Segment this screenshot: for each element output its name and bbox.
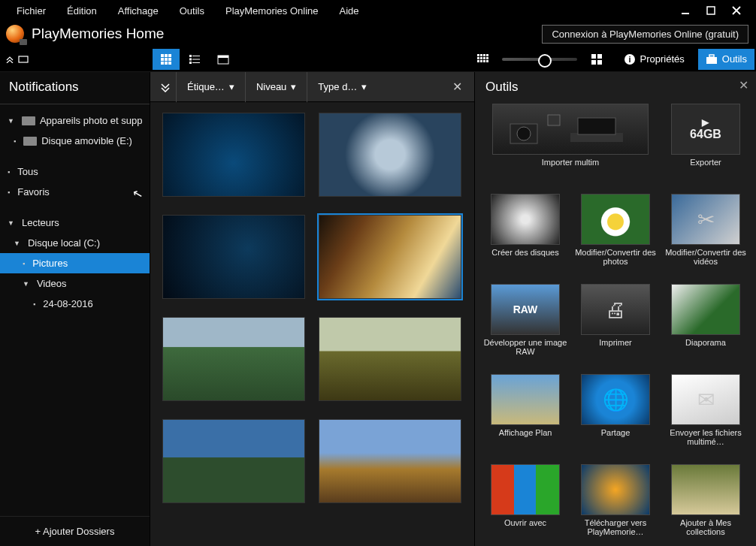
- thumbnail[interactable]: [319, 419, 461, 503]
- import-icon: [492, 104, 649, 155]
- login-button[interactable]: Connexion à PlayMemories Online (gratuit…: [542, 25, 748, 44]
- thumbnail[interactable]: [162, 215, 305, 299]
- svg-rect-13: [192, 56, 200, 56]
- svg-rect-44: [578, 118, 615, 134]
- svg-rect-14: [189, 58, 192, 60]
- view-list-button[interactable]: [181, 49, 208, 70]
- thumbnail[interactable]: [319, 113, 461, 197]
- close-button[interactable]: [726, 3, 747, 18]
- svg-rect-17: [192, 62, 200, 63]
- filter-expand-icon[interactable]: [155, 77, 176, 98]
- svg-rect-12: [189, 55, 192, 57]
- svg-rect-22: [483, 54, 485, 56]
- thumbnail[interactable]: [319, 317, 461, 401]
- minimize-button[interactable]: [675, 3, 696, 18]
- map-icon: [491, 374, 560, 425]
- tool-slideshow[interactable]: Diaporama: [664, 284, 748, 367]
- filter-type[interactable]: Type d… ▾: [307, 72, 377, 102]
- tool-print[interactable]: 🖨 Imprimer: [573, 284, 658, 367]
- info-icon: i: [624, 53, 636, 65]
- svg-rect-10: [165, 62, 168, 65]
- chevron-down-icon: ▾: [229, 81, 234, 92]
- tool-add-collections[interactable]: Ajouter à Mes collections: [664, 464, 748, 546]
- disc-icon: [491, 194, 560, 245]
- sidebar-videos[interactable]: Videos: [0, 273, 150, 294]
- svg-rect-29: [480, 60, 482, 62]
- tools-panel-button[interactable]: Outils: [698, 49, 754, 70]
- sidebar-tree: Appareils photo et supp Disque amovible …: [0, 104, 150, 516]
- svg-point-41: [517, 127, 531, 140]
- menu-view[interactable]: Affichage: [107, 2, 169, 20]
- tool-edit-photos[interactable]: Modifier/Convertir des photos: [573, 194, 658, 276]
- svg-rect-28: [477, 60, 479, 62]
- printer-icon: 🖨: [581, 284, 650, 335]
- svg-rect-2: [19, 56, 28, 62]
- window-controls: [675, 3, 756, 18]
- tool-create-discs[interactable]: Créer des disques: [483, 194, 567, 276]
- view-grid-button[interactable]: [153, 49, 180, 70]
- svg-rect-6: [161, 58, 164, 61]
- sidebar-collapse-icon[interactable]: [0, 47, 34, 71]
- sidebar-date-folder[interactable]: 24-08-2016: [0, 294, 150, 314]
- sidebar-favorites[interactable]: Favoris: [0, 182, 150, 202]
- menu-pmo[interactable]: PlayMemories Online: [215, 2, 329, 20]
- tool-share[interactable]: 🌐 Partage: [573, 374, 658, 457]
- sidebar-pictures[interactable]: Pictures: [0, 253, 150, 273]
- svg-rect-38: [706, 57, 717, 64]
- svg-rect-33: [597, 54, 602, 59]
- sidebar-removable-disk[interactable]: Disque amovible (E:): [0, 131, 150, 151]
- menu-edit[interactable]: Édition: [56, 2, 107, 20]
- flower-icon: [581, 194, 650, 245]
- thumbnail-grid: [150, 102, 474, 546]
- tool-upload-pmo[interactable]: Télécharger vers PlayMemorie…: [573, 464, 658, 546]
- thumbnail-selected[interactable]: [319, 215, 461, 299]
- svg-rect-25: [480, 57, 482, 59]
- view-mode-group: [153, 47, 237, 71]
- sidebar-title: Notifications: [0, 72, 150, 104]
- tool-import[interactable]: Importer multim: [483, 104, 658, 186]
- tiles-icon: [491, 464, 560, 515]
- thumbnail[interactable]: [162, 419, 305, 503]
- tools-panel-title: Outils: [475, 72, 756, 104]
- properties-button[interactable]: i Propriétés: [616, 49, 692, 70]
- toolbar: i Propriétés Outils: [0, 47, 756, 72]
- sidebar-devices-header[interactable]: Appareils photo et supp: [0, 110, 150, 131]
- menu-help[interactable]: Aide: [329, 2, 370, 20]
- tools-panel: Outils ✕ Importer multim ▶64GB Exporter …: [474, 72, 756, 546]
- menu-file[interactable]: Fichier: [6, 2, 56, 20]
- tool-export[interactable]: ▶64GB Exporter: [664, 104, 748, 186]
- toolbar-right: i Propriétés Outils: [469, 47, 756, 71]
- tool-raw[interactable]: RAW Développer une image RAW: [483, 284, 567, 367]
- menu-tools[interactable]: Outils: [169, 2, 215, 20]
- panel-close-button[interactable]: ✕: [739, 78, 748, 92]
- pmo-icon: [581, 464, 650, 515]
- svg-rect-4: [165, 54, 168, 57]
- filter-tags[interactable]: Étique… ▾: [176, 72, 245, 102]
- svg-rect-5: [168, 54, 171, 57]
- thumbnail-size-slider[interactable]: [502, 58, 577, 61]
- svg-rect-42: [548, 115, 560, 125]
- thumb-large-icon[interactable]: [583, 49, 610, 70]
- svg-rect-1: [707, 7, 715, 14]
- maximize-button[interactable]: [700, 3, 721, 18]
- thumbnail[interactable]: [162, 113, 305, 197]
- sidebar-drives-header[interactable]: Lecteurs: [0, 213, 150, 233]
- filter-close-button[interactable]: ✕: [445, 80, 470, 94]
- window-icon: [671, 464, 740, 515]
- filter-level[interactable]: Niveau ▾: [245, 72, 307, 102]
- svg-rect-31: [486, 60, 488, 62]
- svg-rect-9: [161, 62, 164, 65]
- svg-rect-11: [168, 62, 171, 65]
- svg-rect-27: [486, 57, 488, 59]
- app-title: PlayMemories Home: [32, 26, 164, 42]
- tool-open-with[interactable]: Ouvrir avec: [483, 464, 567, 546]
- sidebar-all[interactable]: Tous: [0, 161, 150, 182]
- add-folder-button[interactable]: + Ajouter Dossiers: [0, 516, 150, 546]
- tool-map-view[interactable]: Affichage Plan: [483, 374, 567, 457]
- tool-send-files[interactable]: ✉ Envoyer les fichiers multimé…: [664, 374, 748, 457]
- tool-edit-videos[interactable]: ✂ Modifier/Convertir des vidéos: [664, 194, 748, 276]
- sidebar-local-disk[interactable]: Disque local (C:): [0, 233, 150, 253]
- thumb-small-icon[interactable]: [469, 49, 496, 70]
- thumbnail[interactable]: [162, 317, 305, 401]
- view-calendar-button[interactable]: [210, 49, 237, 70]
